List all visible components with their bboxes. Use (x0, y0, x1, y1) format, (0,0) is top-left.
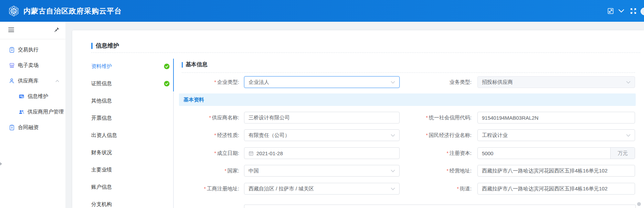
sidebar-item-label: 合同融资 (18, 124, 39, 131)
pin-icon[interactable] (54, 27, 60, 32)
country-label: *国家: (181, 165, 239, 177)
supplier-name-label: *供应商名称: (181, 112, 239, 123)
hamburger-menu-icon[interactable] (8, 28, 14, 33)
sidebar-item-supplier-user-management[interactable]: 供应商用户管理 (0, 104, 65, 120)
form-row: *工商注册地址: 西藏自治区 / 拉萨市 / 城关区 *街道: 西藏拉萨市八一路… (72, 183, 644, 195)
sidebar-item-contract-financing[interactable]: ¥ 合同融资 (0, 120, 65, 135)
industry-name-label: *国民经济行业名称: (368, 129, 472, 141)
divider (182, 72, 635, 73)
sidebar-item-trade-execution[interactable]: ¥ 交易执行 (0, 42, 65, 58)
form-row: *企业类型: 企业法人 业务类型: 招投标供应商 (72, 76, 644, 88)
app-logo-icon: G (8, 5, 20, 17)
svg-text:¥: ¥ (11, 49, 13, 52)
users-icon (19, 109, 24, 115)
list-search-icon (19, 93, 24, 99)
app-header: G 内蒙古自治区政府采购云平台 (0, 0, 644, 22)
form-row: *经济性质: 有限责任（公司） *国民经济行业名称: 工程设计业 (72, 129, 644, 141)
business-address-label: *经营地址: (368, 165, 472, 177)
subsection-header: 基本资料 (179, 93, 636, 106)
street-input[interactable]: 西藏拉萨市八一路哈达滨河花园西区五排4栋16单元102 (477, 183, 635, 195)
section-accent-bar (182, 62, 183, 68)
chevron-down-icon[interactable] (618, 9, 624, 13)
required-mark: * (457, 186, 458, 191)
title-accent-bar (91, 43, 93, 49)
storefront-icon (9, 62, 15, 68)
content-panel: 信息维护 资料维护 证照信息 其他信息 开票信息 出资人信息 财务状况 主要业绩 (72, 30, 644, 208)
calendar-icon (249, 151, 254, 156)
chevron-down-icon (626, 80, 631, 85)
registered-address-label: *工商注册地址: (181, 183, 239, 195)
panel-expand-handle[interactable] (0, 162, 2, 166)
fullscreen-icon[interactable] (630, 7, 637, 15)
anchor-nav-item-other-info[interactable]: 其他信息 (91, 92, 171, 109)
main-area: 信息维护 资料维护 证照信息 其他信息 开票信息 出资人信息 财务状况 主要业绩 (65, 22, 644, 208)
app-title: 内蒙古自治区政府采购云平台 (23, 6, 122, 16)
clipboard-yen-icon: ¥ (9, 47, 15, 53)
svg-text:G: G (12, 9, 15, 13)
complete-check-icon (164, 63, 170, 69)
sidebar-item-supplier-library[interactable]: 供应商库 (0, 73, 65, 89)
divider (91, 52, 640, 53)
chevron-down-icon (55, 110, 59, 114)
sidebar-item-label: 交易执行 (18, 47, 39, 53)
form-row: *供应商名称: 三桥设计有限公司 *统一社会信用代码: 91540194MAB0… (72, 112, 644, 123)
sidebar-topbar (0, 22, 65, 39)
required-mark: * (426, 115, 427, 120)
credit-code-label: *统一社会信用代码: (368, 112, 472, 123)
required-mark: * (214, 79, 216, 85)
required-mark: * (214, 150, 216, 156)
currency-unit-suffix: 万元 (610, 148, 635, 159)
section-title: 基本信息 (182, 61, 208, 68)
founding-date-label: *成立日期: (181, 147, 239, 159)
registered-capital-label: *注册资本: (368, 147, 472, 159)
business-address-input[interactable]: 西藏拉萨市八一路哈达滨河花园西区五排4栋16单元102 (477, 165, 635, 177)
form-row: *国家: 中国 *经营地址: 西藏拉萨市八一路哈达滨河花园西区五排4栋16单元1… (72, 165, 644, 177)
business-type-label: 业务类型: (368, 76, 472, 88)
form-row: *成立日期: 2021-01-28 *注册资本: 5000 万元 (72, 147, 644, 159)
sidebar: ¥ 交易执行 电子卖场 供应商库 (0, 22, 66, 208)
sidebar-item-label: 供应商库 (18, 78, 39, 84)
required-mark: * (446, 168, 448, 174)
sidebar-item-label: 电子卖场 (18, 62, 39, 69)
required-mark: * (214, 132, 216, 138)
anchor-nav-item-profile[interactable]: 资料维护 (91, 58, 171, 75)
sidebar-item-info-maintenance[interactable]: 信息维护 (0, 89, 65, 104)
credit-code-input[interactable]: 91540194MAB03RAL2N (477, 112, 635, 123)
svg-text:¥: ¥ (11, 126, 13, 129)
chevron-down-icon (626, 133, 631, 138)
window-switch-icon[interactable] (607, 7, 614, 15)
business-type-select[interactable]: 招投标供应商 (477, 76, 635, 88)
person-icon (9, 78, 15, 84)
required-mark: * (446, 150, 448, 156)
chevron-up-icon (55, 79, 59, 83)
registered-capital-input[interactable]: 5000 万元 (477, 147, 635, 159)
street-label: *街道: (368, 183, 472, 195)
avatar[interactable] (641, 8, 644, 15)
industry-name-select[interactable]: 工程设计业 (477, 129, 635, 141)
sidebar-item-e-marketplace[interactable]: 电子卖场 (0, 58, 65, 73)
required-mark: * (209, 115, 211, 120)
scroll-indicator-dot (637, 202, 641, 206)
enterprise-type-label: *企业类型: (181, 76, 239, 88)
required-mark: * (426, 132, 427, 138)
required-mark: * (224, 168, 226, 174)
economic-nature-label: *经济性质: (181, 129, 239, 141)
required-mark: * (204, 186, 205, 191)
next-row-input-clipped[interactable] (244, 205, 636, 208)
page-title: 信息维护 (91, 42, 119, 50)
anchor-nav-item-branches[interactable]: 分支机构 (91, 196, 171, 208)
sidebar-item-label: 信息维护 (28, 93, 48, 100)
clipboard-yen-icon: ¥ (9, 125, 15, 130)
